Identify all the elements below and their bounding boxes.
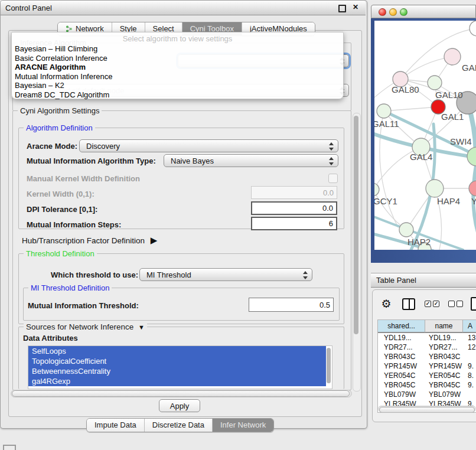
node[interactable] xyxy=(428,76,442,90)
data-attributes-label: Data Attributes xyxy=(23,334,78,343)
attribute-item[interactable]: gal4RGexp xyxy=(28,376,326,386)
kernel-width-field[interactable]: 0.0 xyxy=(251,186,337,199)
node[interactable] xyxy=(470,21,476,36)
tab-discretize-data[interactable]: Discretize Data xyxy=(144,419,212,432)
node[interactable] xyxy=(426,180,444,197)
table-panel-titlebar[interactable]: Table Panel xyxy=(371,273,476,288)
table-settings-button[interactable]: ⚙ xyxy=(380,297,393,310)
cell-name: YPR145W xyxy=(425,361,463,371)
settings-horizontal-scrollbar[interactable] xyxy=(11,390,352,397)
cell-name: YER054C xyxy=(425,371,463,380)
dpi-tolerance-field[interactable]: 0.0 xyxy=(251,201,337,215)
export-table-button[interactable] xyxy=(471,297,476,311)
tab-impute-data-label: Impute Data xyxy=(94,419,136,432)
tab-infer-network[interactable]: Infer Network xyxy=(212,419,273,432)
table-row[interactable]: YER054CYER054C8. xyxy=(378,371,476,380)
settings-horizontal-scrollbar-thumb[interactable] xyxy=(12,390,350,397)
algorithm-option-selected[interactable]: ARACNE Algorithm xyxy=(12,63,343,72)
sources-group-toggle[interactable]: Sources for Network Inference ▼ xyxy=(24,322,147,331)
hub-definition-toggle[interactable]: Hub/Transcription Factor Definition ▶ xyxy=(22,235,157,246)
node-table: shared... name A YDL19...YDL19...13 YDR2… xyxy=(377,319,476,413)
combo-arrows-icon xyxy=(302,271,307,279)
node[interactable] xyxy=(469,181,476,196)
table-row[interactable]: YBL079WYBL079W xyxy=(378,390,476,399)
select-all-columns-button[interactable]: ✓ ✓ xyxy=(425,301,439,307)
node[interactable] xyxy=(377,104,391,118)
table-row[interactable]: YDL19...YDL19...13 xyxy=(378,333,476,343)
control-panel-titlebar[interactable]: Control Panel ✕ xyxy=(1,1,366,15)
node-label: Y xyxy=(471,196,476,206)
cell-shared-name: YBR045C xyxy=(378,380,425,390)
window-zoom-button[interactable] xyxy=(400,8,407,16)
table-row[interactable]: YBR045CYBR045C9. xyxy=(378,380,476,390)
tab-infer-network-label: Infer Network xyxy=(220,419,266,432)
algorithm-option[interactable]: Mutual Information Inference xyxy=(12,72,343,81)
node[interactable] xyxy=(399,223,413,237)
node[interactable] xyxy=(467,147,476,166)
float-icon[interactable] xyxy=(338,5,346,12)
node-label: GAL4 xyxy=(410,152,432,162)
unchecked-box-icon xyxy=(448,301,455,307)
attributes-scrollbar[interactable] xyxy=(327,348,331,383)
settings-vertical-scrollbar-thumb[interactable] xyxy=(354,116,358,334)
algorithm-definition-title: Algorithm Definition xyxy=(24,123,95,132)
mi-algorithm-type-combo[interactable]: Naive Bayes xyxy=(164,154,338,167)
network-canvas[interactable]: GAL GAL80 GAL10 GAL1 GAL11 GAL4 SWI4 GCY… xyxy=(374,21,476,250)
table-panel-title: Table Panel xyxy=(376,276,416,285)
aracne-mode-value: Discovery xyxy=(86,142,120,151)
node-label: GAL xyxy=(462,63,476,73)
algorithm-option[interactable]: Dream8 DC_TDC Algorithm xyxy=(12,90,343,100)
node[interactable] xyxy=(374,183,379,196)
hub-definition-label: Hub/Transcription Factor Definition xyxy=(22,236,145,245)
table-row[interactable]: YBR043CYBR043C xyxy=(378,352,476,361)
table-row[interactable]: YDR27...YDR27...12 xyxy=(378,343,476,352)
algorithm-dropdown: Select algorithm to view settings Bayesi… xyxy=(11,32,344,99)
aracne-mode-combo[interactable]: Discovery xyxy=(79,139,338,152)
column-header-name[interactable]: name xyxy=(425,320,463,333)
cell-value: 12 xyxy=(463,343,476,352)
attribute-item[interactable]: TopologicalCoefficient xyxy=(28,356,326,366)
algorithm-option[interactable]: Basic Correlation Inference xyxy=(12,54,343,63)
cell-name: YBL079W xyxy=(425,390,463,399)
attribute-item[interactable]: BetweennessCentrality xyxy=(28,366,326,376)
cell-value: 13 xyxy=(463,333,476,343)
close-icon[interactable]: ✕ xyxy=(353,3,358,11)
table-horizontal-scrollbar[interactable] xyxy=(378,406,476,412)
cell-value xyxy=(463,390,476,399)
column-header-shared-name[interactable]: shared... xyxy=(378,320,425,333)
which-threshold-combo[interactable]: MI Threshold xyxy=(139,268,312,281)
mi-threshold-definition-title: MI Threshold Definition xyxy=(28,283,112,292)
cell-value xyxy=(463,352,476,361)
cell-shared-name: YDL19... xyxy=(378,333,425,343)
control-panel-window: Control Panel ✕ Network Style Select Cyn… xyxy=(0,0,367,429)
algorithm-dropdown-prompt: Select algorithm to view settings xyxy=(12,34,343,44)
which-threshold-value: MI Threshold xyxy=(146,270,191,279)
cell-name: YDR27... xyxy=(425,343,463,352)
minimized-panel-icon[interactable] xyxy=(3,445,16,450)
column-header-partial[interactable]: A xyxy=(463,320,476,333)
algorithm-option[interactable]: Bayesian – Hill Climbing xyxy=(12,44,343,54)
settings-vertical-scrollbar[interactable] xyxy=(353,113,361,392)
table-row[interactable]: YPR145WYPR145W9. xyxy=(378,361,476,371)
apply-button[interactable]: Apply xyxy=(159,399,200,412)
table-horizontal-scrollbar-thumb[interactable] xyxy=(379,407,475,413)
network-window-titlebar[interactable] xyxy=(371,5,476,18)
mi-steps-field[interactable]: 6 xyxy=(251,217,337,230)
mi-steps-label: Mutual Information Steps: xyxy=(27,220,121,229)
deselect-all-columns-button[interactable] xyxy=(448,301,463,307)
data-attributes-list: SelfLoops TopologicalCoefficient Between… xyxy=(28,345,332,389)
algorithm-option[interactable]: Bayesian – K2 xyxy=(12,81,343,90)
node-label: GAL11 xyxy=(374,119,399,129)
window-close-button[interactable] xyxy=(379,8,386,16)
bottom-tabbar: Impute Data Discretize Data Infer Networ… xyxy=(86,418,274,432)
tab-impute-data[interactable]: Impute Data xyxy=(87,419,144,432)
screenshot-stage: Control Panel ✕ Network Style Select Cyn… xyxy=(0,0,476,450)
manual-kernel-width-checkbox[interactable] xyxy=(328,174,338,183)
mi-threshold-field[interactable]: 0.5 xyxy=(249,298,334,312)
cell-value: 8. xyxy=(463,371,476,380)
node[interactable] xyxy=(444,48,461,65)
split-panel-button[interactable] xyxy=(402,298,415,310)
window-minimize-button[interactable] xyxy=(389,8,397,16)
attribute-item[interactable]: SelfLoops xyxy=(28,346,326,356)
table-panel-body: ⚙ ✓ ✓ shared... name A YDL19...YDL19...1… xyxy=(372,289,476,422)
